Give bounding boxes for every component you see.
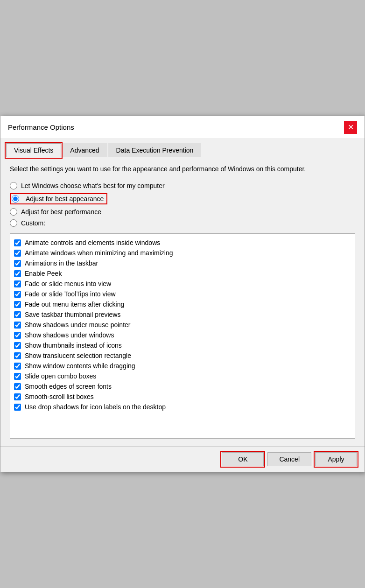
checkbox-item[interactable]: Show window contents while dragging — [14, 361, 351, 371]
tab-dep[interactable]: Data Execution Prevention — [108, 143, 202, 157]
checkbox-label-save-taskbar: Save taskbar thumbnail previews — [25, 311, 120, 318]
checkbox-item[interactable]: Enable Peek — [14, 268, 351, 279]
checkbox-label-enable-peek: Enable Peek — [25, 270, 62, 277]
radio-custom[interactable] — [10, 219, 17, 227]
close-button[interactable]: ✕ — [344, 121, 357, 134]
checkbox-drop-shadows[interactable] — [14, 404, 21, 411]
checkbox-label-slide-combo: Slide open combo boxes — [25, 372, 96, 380]
checkbox-label-window-contents: Show window contents while dragging — [25, 362, 135, 370]
checkbox-item[interactable]: Use drop shadows for icon labels on the … — [14, 402, 351, 412]
radio-label-best-performance: Adjust for best performance — [21, 208, 101, 216]
checkbox-label-smooth-edges: Smooth edges of screen fonts — [25, 383, 112, 390]
checkbox-fade-slide-menus[interactable] — [14, 280, 21, 287]
checkbox-label-shadows-mouse: Show shadows under mouse pointer — [25, 321, 130, 329]
checkbox-item[interactable]: Show thumbnails instead of icons — [14, 340, 351, 350]
checkbox-label-smooth-scroll: Smooth-scroll list boxes — [25, 393, 94, 400]
radio-option-custom[interactable]: Custom: — [10, 219, 355, 227]
radio-best-performance[interactable] — [10, 208, 17, 216]
checkbox-item[interactable]: Fade or slide ToolTips into view — [14, 289, 351, 299]
checkbox-smooth-scroll[interactable] — [14, 393, 21, 400]
radio-label-custom: Custom: — [21, 219, 45, 227]
checkbox-label-fade-slide-tooltips: Fade or slide ToolTips into view — [25, 290, 116, 298]
radio-option-best-appearance[interactable]: Adjust for best appearance — [10, 193, 355, 204]
checkbox-animations-taskbar[interactable] — [14, 260, 21, 267]
checkbox-item[interactable]: Smooth edges of screen fonts — [14, 381, 351, 392]
checkbox-label-shadows-windows: Show shadows under windows — [25, 331, 114, 339]
radio-label-windows-best: Let Windows choose what's best for my co… — [21, 182, 165, 189]
checkbox-show-thumbnails[interactable] — [14, 342, 21, 349]
checkbox-shadows-windows[interactable] — [14, 332, 21, 339]
cancel-button[interactable]: Cancel — [267, 452, 311, 466]
checkbox-label-translucent-selection: Show translucent selection rectangle — [25, 352, 131, 359]
checkbox-fade-slide-tooltips[interactable] — [14, 291, 21, 298]
radio-best-appearance[interactable] — [12, 195, 19, 203]
checkbox-label-fade-out-menu: Fade out menu items after clicking — [25, 301, 124, 308]
checkbox-item[interactable]: Show shadows under mouse pointer — [14, 320, 351, 330]
tab-bar: Visual Effects Advanced Data Execution P… — [0, 139, 365, 157]
checkbox-item[interactable]: Show translucent selection rectangle — [14, 350, 351, 361]
checkbox-item[interactable]: Fade out menu items after clicking — [14, 299, 351, 309]
checkbox-enable-peek[interactable] — [14, 270, 21, 277]
checkbox-translucent-selection[interactable] — [14, 352, 21, 359]
checkbox-label-animate-windows: Animate windows when minimizing and maxi… — [25, 249, 173, 257]
checkbox-item[interactable]: Animate windows when minimizing and maxi… — [14, 248, 351, 258]
checkbox-label-animate-controls: Animate controls and elements inside win… — [25, 239, 160, 246]
checkbox-smooth-edges[interactable] — [14, 383, 21, 390]
tab-content: Select the settings you want to use for … — [0, 157, 365, 447]
checkbox-item[interactable]: Smooth-scroll list boxes — [14, 392, 351, 402]
tab-advanced[interactable]: Advanced — [62, 143, 107, 157]
performance-options-dialog: Performance Options ✕ Visual Effects Adv… — [0, 116, 365, 473]
checkbox-item[interactable]: Fade or slide menus into view — [14, 279, 351, 289]
dialog-title: Performance Options — [8, 123, 74, 131]
checkbox-item[interactable]: Save taskbar thumbnail previews — [14, 309, 351, 320]
radio-option-best-performance[interactable]: Adjust for best performance — [10, 208, 355, 216]
checkbox-item[interactable]: Show shadows under windows — [14, 330, 351, 340]
checkbox-save-taskbar[interactable] — [14, 311, 21, 318]
description-text: Select the settings you want to use for … — [10, 165, 355, 174]
checkbox-item[interactable]: Slide open combo boxes — [14, 371, 351, 381]
footer: OK Cancel Apply — [0, 446, 365, 472]
checkbox-animate-controls[interactable] — [14, 239, 21, 246]
checkbox-fade-out-menu[interactable] — [14, 301, 21, 308]
radio-group: Let Windows choose what's best for my co… — [10, 182, 355, 227]
checkbox-label-fade-slide-menus: Fade or slide menus into view — [25, 280, 111, 287]
selected-radio-highlight: Adjust for best appearance — [10, 193, 107, 204]
radio-label-best-appearance: Adjust for best appearance — [26, 195, 104, 203]
checkbox-label-show-thumbnails: Show thumbnails instead of icons — [25, 342, 122, 349]
checkbox-shadows-mouse[interactable] — [14, 322, 21, 329]
checkbox-slide-combo[interactable] — [14, 373, 21, 380]
checkbox-item[interactable]: Animations in the taskbar — [14, 258, 351, 268]
title-bar: Performance Options ✕ — [0, 116, 365, 139]
radio-windows-best[interactable] — [10, 182, 17, 189]
checkbox-label-drop-shadows: Use drop shadows for icon labels on the … — [25, 403, 166, 411]
checkbox-animate-windows[interactable] — [14, 250, 21, 257]
radio-option-windows-best[interactable]: Let Windows choose what's best for my co… — [10, 182, 355, 189]
checkbox-window-contents[interactable] — [14, 363, 21, 370]
checkbox-list: Animate controls and elements inside win… — [10, 233, 355, 439]
checkbox-label-animations-taskbar: Animations in the taskbar — [25, 259, 98, 267]
tab-visual-effects[interactable]: Visual Effects — [6, 143, 61, 157]
ok-button[interactable]: OK — [222, 452, 264, 466]
checkbox-item[interactable]: Animate controls and elements inside win… — [14, 238, 351, 248]
apply-button[interactable]: Apply — [315, 452, 357, 466]
